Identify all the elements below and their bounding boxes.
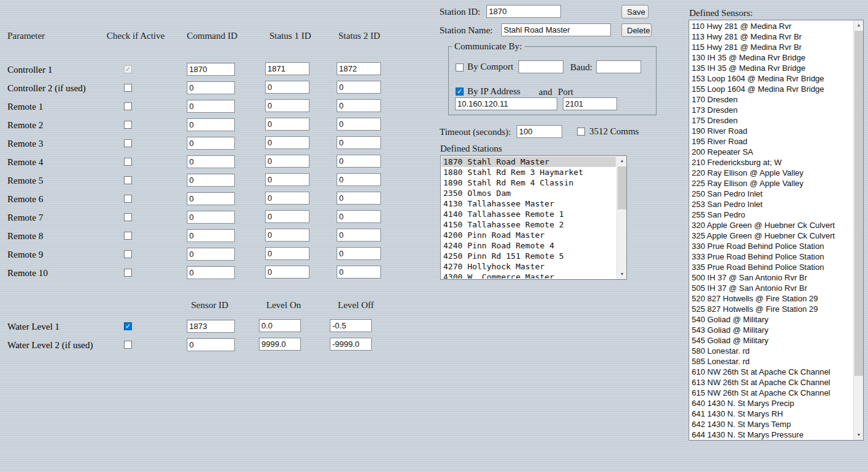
sensor-list-item[interactable]: 130 IH 35 @ Medina Rvr Bridge bbox=[690, 52, 853, 63]
status1-id-input[interactable] bbox=[265, 81, 309, 94]
command-id-input[interactable] bbox=[187, 229, 235, 242]
status1-id-input[interactable] bbox=[265, 173, 309, 186]
active-checkbox[interactable] bbox=[124, 269, 132, 277]
station-list-item[interactable]: 1880 Stahl Rd Rem 3 Haymarket bbox=[441, 167, 616, 177]
sensor-list-item[interactable]: 545 Goliad @ Military bbox=[690, 335, 853, 346]
sensor-list-item[interactable]: 250 San Pedro Inlet bbox=[690, 189, 853, 199]
status2-id-input[interactable] bbox=[337, 118, 381, 131]
sensor-list-item[interactable]: 225 Ray Ellison @ Apple Valley bbox=[690, 178, 853, 189]
scroll-up-icon[interactable]: ▲ bbox=[617, 156, 627, 166]
sensor-list-item[interactable]: 255 San Pedro bbox=[690, 210, 853, 220]
sensor-list-item[interactable]: 173 Dresden bbox=[690, 105, 853, 115]
sensor-list-item[interactable]: 175 Dresden bbox=[690, 115, 853, 126]
status2-id-input[interactable] bbox=[337, 247, 381, 260]
sensor-list-item[interactable]: 585 Lonestar. rd bbox=[690, 356, 853, 367]
command-id-input[interactable] bbox=[187, 192, 235, 205]
command-id-input[interactable] bbox=[187, 266, 235, 279]
status2-id-input[interactable] bbox=[337, 229, 381, 242]
sensor-list-item[interactable]: 540 Goliad @ Military bbox=[690, 314, 853, 325]
sensor-list-item[interactable]: 615 NW 26th St at Apache Ck Channel bbox=[690, 388, 853, 398]
sensor-list-item[interactable]: 200 Repeater SA bbox=[690, 147, 853, 157]
status2-id-input[interactable] bbox=[337, 136, 381, 149]
active-checkbox[interactable] bbox=[124, 139, 132, 147]
save-button[interactable]: Save bbox=[621, 5, 649, 18]
sensor-list-item[interactable]: 110 Hwy 281 @ Medina Rvr bbox=[690, 21, 853, 31]
active-checkbox[interactable] bbox=[124, 65, 132, 73]
status2-id-input[interactable] bbox=[337, 173, 381, 186]
station-list-item[interactable]: 4270 Hollyhock Master bbox=[441, 261, 616, 272]
sensor-list-item[interactable]: 610 NW 26th St at Apache Ck Channel bbox=[690, 367, 853, 377]
command-id-input[interactable] bbox=[187, 118, 235, 131]
baud-input[interactable] bbox=[596, 60, 641, 73]
active-checkbox[interactable] bbox=[124, 213, 132, 221]
comms-3512-checkbox[interactable] bbox=[577, 128, 585, 136]
sensor-list-item[interactable]: 613 NW 26th St at Apache Ck Channel bbox=[690, 377, 853, 388]
status1-id-input[interactable] bbox=[265, 155, 309, 168]
active-checkbox[interactable] bbox=[124, 84, 132, 92]
level-on-input[interactable] bbox=[259, 319, 301, 332]
status1-id-input[interactable] bbox=[265, 210, 309, 223]
station-list-item[interactable]: 4250 Pinn Rd 151 Remote 5 bbox=[441, 251, 616, 261]
command-id-input[interactable] bbox=[187, 81, 235, 94]
active-checkbox[interactable] bbox=[124, 232, 132, 240]
timeout-input[interactable] bbox=[517, 125, 562, 138]
sensor-list-item[interactable]: 325 Apple Green @ Huebner Ck Culvert bbox=[690, 230, 853, 241]
status1-id-input[interactable] bbox=[265, 62, 309, 75]
status1-id-input[interactable] bbox=[265, 136, 309, 149]
active-checkbox[interactable] bbox=[124, 250, 132, 258]
station-list-item[interactable]: 1890 Stahl Rd Rem 4 Classin bbox=[441, 177, 616, 188]
status1-id-input[interactable] bbox=[265, 266, 309, 279]
command-id-input[interactable] bbox=[187, 174, 235, 187]
sensor-list-item[interactable]: 153 Loop 1604 @ Medina Rvr Bridge bbox=[690, 73, 853, 84]
sensor-list-item[interactable]: 330 Prue Road Behind Police Station bbox=[690, 241, 853, 251]
active-checkbox[interactable] bbox=[124, 158, 132, 166]
sensor-list-item[interactable]: 170 Dresden bbox=[690, 94, 853, 105]
status2-id-input[interactable] bbox=[337, 155, 381, 168]
stations-scrollbar[interactable]: ▲ ▼ bbox=[616, 156, 626, 279]
status1-id-input[interactable] bbox=[265, 99, 309, 112]
status2-id-input[interactable] bbox=[337, 192, 381, 205]
ip-address-input[interactable] bbox=[455, 97, 557, 110]
active-checkbox[interactable] bbox=[124, 176, 132, 184]
scrollbar-thumb[interactable] bbox=[618, 166, 626, 210]
sensor-list-item[interactable]: 115 Hwy 281 @ Medina Rvr Br bbox=[690, 42, 853, 52]
by-ip-address-checkbox[interactable] bbox=[456, 87, 464, 96]
sensor-list-item[interactable]: 210 Fredericksburg at; W bbox=[690, 157, 853, 168]
status1-id-input[interactable] bbox=[265, 247, 309, 260]
command-id-input[interactable] bbox=[187, 248, 235, 261]
scrollbar-thumb[interactable] bbox=[854, 31, 863, 376]
station-list-item[interactable]: 4300 W. Commerce Master bbox=[441, 272, 616, 279]
scroll-up-icon[interactable]: ▲ bbox=[854, 20, 864, 30]
station-list-item[interactable]: 4140 Tallahassee Remote 1 bbox=[441, 209, 616, 219]
port-input[interactable] bbox=[563, 97, 617, 110]
active-checkbox[interactable] bbox=[124, 341, 132, 349]
station-list-item[interactable]: 4200 Pinn Road Master bbox=[441, 230, 616, 240]
active-checkbox[interactable] bbox=[124, 102, 132, 110]
status2-id-input[interactable] bbox=[337, 62, 381, 75]
active-checkbox[interactable] bbox=[124, 195, 132, 203]
command-id-input[interactable] bbox=[187, 100, 235, 113]
sensor-list-item[interactable]: 500 IH 37 @ San Antonio Rvr Br bbox=[690, 272, 853, 283]
station-list-item[interactable]: 4150 Tallahassee Remote 2 bbox=[441, 219, 616, 230]
station-list-item[interactable]: 2350 Olmos Dam bbox=[441, 188, 616, 198]
level-on-input[interactable] bbox=[259, 338, 301, 351]
status1-id-input[interactable] bbox=[265, 192, 309, 205]
station-name-input[interactable] bbox=[501, 23, 611, 36]
by-comport-checkbox[interactable] bbox=[456, 63, 464, 71]
active-checkbox[interactable] bbox=[124, 322, 132, 330]
station-id-input[interactable] bbox=[486, 5, 561, 18]
sensor-list-item[interactable]: 641 1430 N. St Marys RH bbox=[690, 409, 853, 419]
sensor-list-item[interactable]: 520 827 Hotwells @ Fire Station 29 bbox=[690, 293, 853, 304]
sensor-id-input[interactable] bbox=[187, 338, 235, 351]
sensor-list-item[interactable]: 113 Hwy 281 @ Medina Rvr Br bbox=[690, 31, 853, 42]
sensor-list-item[interactable]: 525 827 Hotwells @ Fire Station 29 bbox=[690, 304, 853, 314]
level-off-input[interactable] bbox=[330, 338, 372, 351]
command-id-input[interactable] bbox=[187, 63, 235, 76]
scroll-down-icon[interactable]: ▼ bbox=[617, 269, 627, 279]
status2-id-input[interactable] bbox=[337, 266, 381, 279]
sensor-list-item[interactable]: 333 Prue Road Behind Police Station bbox=[690, 251, 853, 262]
scroll-down-icon[interactable]: ▼ bbox=[854, 430, 864, 440]
sensor-list-item[interactable]: 580 Lonestar. rd bbox=[690, 346, 853, 356]
sensors-scrollbar[interactable]: ▲ ▼ bbox=[853, 20, 863, 440]
sensor-list-item[interactable]: 220 Ray Ellison @ Apple Valley bbox=[690, 168, 853, 178]
